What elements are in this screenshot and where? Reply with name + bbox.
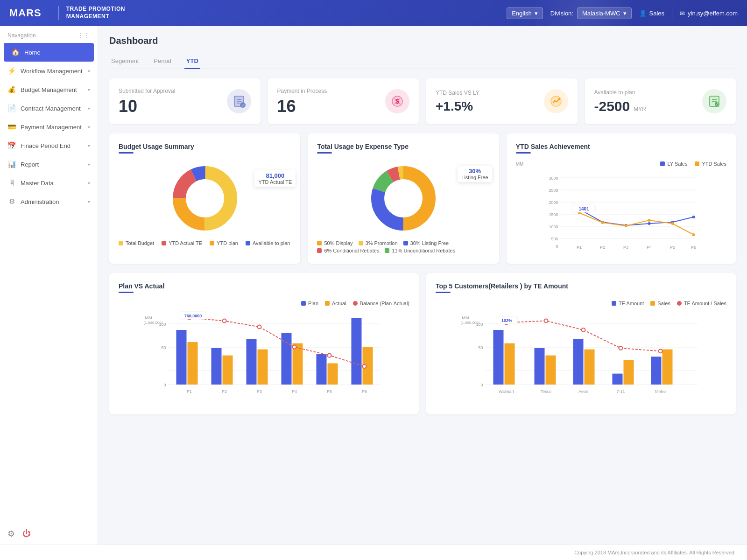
top5-customers-chart: Top 5 Customers(Retailers ) by TE Amount… [426,273,736,414]
svg-text:2500: 2500 [549,188,558,193]
chevron-down-icon: ▾ [88,125,90,130]
svg-rect-116 [651,357,662,385]
sidebar-item-label: Finace Period End [21,142,70,149]
sidebar-item-workflow[interactable]: ⚡ Workflow Management ▾ [0,62,98,80]
card-icon-available: ✓ [702,89,726,113]
svg-text:✓: ✓ [241,104,244,108]
chevron-down-icon: ▾ [88,199,90,204]
user-label: Sales [649,10,665,17]
chevron-down-icon: ▾ [88,162,90,167]
sidebar-item-finance[interactable]: 📅 Finace Period End ▾ [0,136,98,155]
ytd-achievement-underline [516,152,531,154]
svg-text:500: 500 [551,237,558,241]
email-info: ✉ yin.sy@effem.com [680,10,738,17]
sidebar-item-label: Contract Management [21,105,81,112]
svg-point-29 [387,182,420,215]
svg-rect-84 [188,342,198,385]
legend-promotion: 3% Promotion [359,240,398,246]
collapse-icon[interactable]: ⋮⋮ [77,32,90,39]
sidebar-item-label: Payment Management [21,124,82,131]
app-header: MARS TRADE PROMOTION MANAGEMENT English … [0,0,747,26]
sidebar-item-label: Administration [21,198,59,205]
svg-text:Metro: Metro [655,389,666,394]
sidebar-item-budget[interactable]: 💰 Budget Management ▾ [0,80,98,99]
svg-text:MM: MM [145,315,152,320]
svg-text:Aeon: Aeon [578,389,588,394]
chevron-down-icon: ▾ [88,143,90,148]
card-label-payment: Payment in Process [277,88,327,94]
card-payment: Payment in Process 16 $ [268,78,419,124]
svg-point-59 [671,222,674,225]
expense-donut-container: 30% Listing Free [317,161,489,236]
legend-ly-sales: LY Sales [660,161,687,167]
division-value[interactable]: Malasia-MWC ▾ [577,7,632,19]
svg-point-126 [659,350,662,353]
tab-period[interactable]: Period [152,54,173,69]
svg-text:P3: P3 [623,245,628,250]
expense-donut-tooltip: 30% Listing Free [458,166,492,182]
language-label: English [512,10,532,17]
sidebar-item-label: Home [24,49,41,56]
top5-svg: MM (1,000,000) 100 50 0 Walmart Tesco Ae… [436,310,726,403]
tab-segment[interactable]: Segement [109,54,141,69]
svg-rect-86 [258,350,268,385]
sidebar-item-masterdata[interactable]: 🗄 Master Data ▾ [0,174,98,192]
contract-icon: 📄 [7,104,16,112]
svg-rect-88 [328,364,338,385]
svg-text:P1: P1 [187,389,192,394]
header-right: English ▾ Division: Malasia-MWC ▾ 👤 Sale… [507,7,738,19]
svg-text:7-11: 7-11 [616,389,625,394]
expense-type-chart: Total Usage by Expense Type 30% Li [308,133,499,264]
app-name: TRADE PROMOTION MANAGEMENT [66,6,125,20]
svg-rect-115 [613,374,623,385]
sidebar-item-payment[interactable]: 💳 Payment Management ▾ [0,118,98,136]
svg-text:3000: 3000 [549,176,558,181]
sidebar-item-admin[interactable]: ⚙ Administration ▾ [0,192,98,211]
card-icon-ytd-sales [544,89,568,113]
svg-point-123 [544,319,548,323]
ytd-legend: LY Sales YTD Sales [660,161,726,167]
svg-rect-121 [662,350,673,385]
sidebar-item-contract[interactable]: 📄 Contract Management ▾ [0,99,98,118]
sidebar: Navagation ⋮⋮ 🏠 Home ⚡ Workflow Manageme… [0,26,98,545]
svg-point-23 [188,182,222,215]
svg-text:P3: P3 [257,389,262,394]
svg-point-58 [648,219,650,222]
svg-text:P5: P5 [670,245,675,250]
svg-rect-82 [317,354,327,385]
legend-total-budget: Total Budget [119,240,154,246]
card-available: Avaliable to plan -2500 MYR ✓ [585,78,736,124]
language-selector[interactable]: English ▾ [507,7,543,19]
division-selector: Division: Malasia-MWC ▾ [550,7,632,19]
svg-text:P4: P4 [292,389,297,394]
svg-rect-118 [546,356,556,385]
power-icon[interactable]: ⏻ [22,529,31,539]
svg-point-93 [293,345,296,349]
plan-vs-actual-underline [119,292,134,293]
page-title: Dashboard [109,35,736,46]
svg-point-12 [558,98,560,100]
tab-ytd[interactable]: YTD [184,54,200,69]
svg-rect-113 [535,348,545,385]
budget-usage-underline [119,152,134,154]
card-ytd-sales: YTD Sales VS LY +1.5% [426,78,578,124]
svg-text:0: 0 [163,383,166,387]
vertical-divider [672,7,672,19]
svg-text:MM: MM [462,315,469,320]
budget-usage-title: Budget Usage Summary [119,143,291,150]
chevron-down-icon: ▾ [88,87,90,92]
sidebar-item-label: Master Data [21,180,54,187]
svg-rect-85 [223,356,233,385]
svg-text:1500: 1500 [549,212,558,217]
sidebar-item-home[interactable]: 🏠 Home [4,43,94,62]
svg-point-95 [363,364,366,368]
sidebar-item-report[interactable]: 📊 Report ▾ [0,155,98,174]
sidebar-bottom: ⚙ ⏻ [0,523,98,545]
legend-ytd-actual: YTD Actual TE [162,240,202,246]
svg-point-56 [601,221,604,224]
svg-rect-117 [505,343,515,385]
report-icon: 📊 [7,160,16,168]
svg-point-91 [223,319,226,323]
settings-icon[interactable]: ⚙ [7,529,15,539]
home-icon: 🏠 [11,48,20,56]
